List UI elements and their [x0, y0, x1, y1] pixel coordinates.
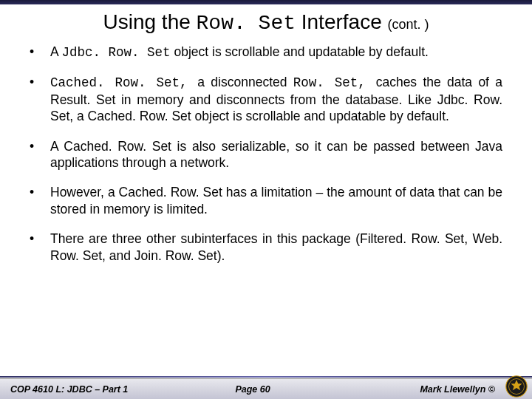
text-span: However, a Cached. Row. Set has a limita… [50, 185, 502, 216]
footer-divider [0, 376, 532, 378]
footer-course: COP 4610 L: JDBC – Part 1 [10, 384, 172, 395]
bullet-marker: • [30, 138, 50, 171]
bullet-marker: • [30, 74, 50, 124]
bullet-item: •A Cached. Row. Set is also serializable… [30, 138, 502, 171]
bullet-text: A Jdbc. Row. Set object is scrollable an… [50, 44, 502, 61]
bullet-item: •There are three other subinterfaces in … [30, 231, 502, 264]
bullet-item: •Cached. Row. Set, a disconnected Row. S… [30, 74, 502, 124]
bullet-text: However, a Cached. Row. Set has a limita… [50, 184, 502, 217]
text-span: A [50, 44, 62, 59]
bullet-item: •A Jdbc. Row. Set object is scrollable a… [30, 44, 502, 61]
footer-bar: COP 4610 L: JDBC – Part 1 Page 60 Mark L… [0, 378, 532, 399]
text-span: There are three other subinterfaces in t… [50, 231, 502, 262]
footer-page: Page 60 [172, 384, 334, 395]
bullet-text: Cached. Row. Set, a disconnected Row. Se… [50, 74, 502, 124]
footer-author: Mark Llewellyn © [333, 384, 522, 395]
university-logo-icon [505, 375, 528, 398]
text-span: a disconnected [197, 75, 293, 89]
slide-body: •A Jdbc. Row. Set object is scrollable a… [0, 44, 532, 264]
code-span: Jdbc. Row. Set [62, 45, 171, 60]
bullet-marker: • [30, 184, 50, 217]
bullet-marker: • [30, 44, 50, 61]
bullet-marker: • [30, 231, 50, 264]
title-cont: (cont. ) [388, 17, 429, 32]
bullet-text: A Cached. Row. Set is also serializable,… [50, 138, 502, 171]
code-span: Cached. Row. Set, [50, 75, 197, 90]
text-span: A Cached. Row. Set is also serializable,… [50, 139, 502, 170]
title-mono: Row. Set [197, 12, 296, 35]
bullet-item: •However, a Cached. Row. Set has a limit… [30, 184, 502, 217]
title-part1: Using the [103, 10, 196, 33]
footer-container: COP 4610 L: JDBC – Part 1 Page 60 Mark L… [0, 376, 532, 399]
slide-title: Using the Row. Set Interface (cont. ) [0, 4, 532, 44]
code-span: Row. Set, [293, 75, 376, 90]
bullet-list: •A Jdbc. Row. Set object is scrollable a… [30, 44, 502, 264]
text-span: object is scrollable and updatable by de… [171, 44, 429, 59]
title-part2: Interface [296, 10, 388, 33]
bullet-text: There are three other subinterfaces in t… [50, 231, 502, 264]
